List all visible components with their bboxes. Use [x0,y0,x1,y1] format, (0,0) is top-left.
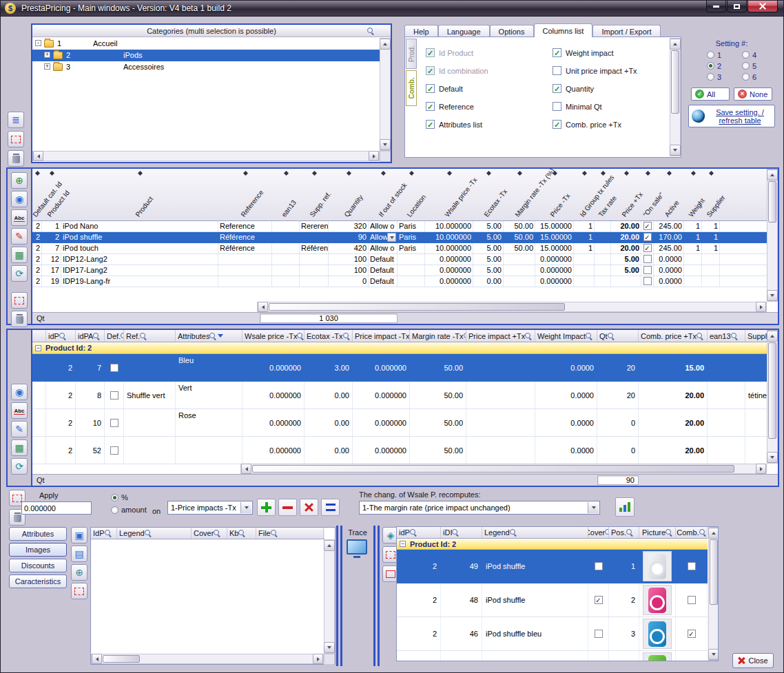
minimize-button[interactable] [706,1,726,12]
selection-rect-icon[interactable] [8,131,24,147]
marker-icon[interactable]: ✎ [11,228,28,245]
grid-cell[interactable]: Paris [398,243,425,253]
grid-cell[interactable]: 1 [702,221,720,231]
grid-cell[interactable]: 2 [609,583,639,617]
tab-import-export[interactable]: Import / Export [592,25,660,37]
grid-cell[interactable]: 50.00 [504,221,535,231]
grid-cell[interactable]: 10.000000 [425,243,473,253]
grid-cell[interactable]: 50.00 [410,354,466,381]
filter-icon[interactable] [238,530,245,537]
filter-icon[interactable] [452,529,459,536]
column-header-picture[interactable]: Picture [639,527,676,538]
pen-icon[interactable]: ✎ [11,421,28,437]
grid-cell[interactable] [176,437,243,464]
grid-cell[interactable]: 4 [609,651,639,661]
grid-cell[interactable] [218,276,272,287]
grid-cell[interactable]: 0 [597,409,639,436]
grid-cell[interactable]: 50.00 [410,382,466,408]
checked-checkbox-icon[interactable]: ✓ [426,84,435,93]
grid-cell[interactable] [105,409,124,436]
grid-cell[interactable]: 0.00 [305,382,353,408]
grid-cell[interactable]: 7 [42,243,61,253]
column-header-comb-price-tx[interactable]: Comb. price +Tx [639,330,708,342]
grid-cell[interactable]: iPod shuffle [482,550,588,583]
setting-radio-1[interactable]: 1 [707,50,721,60]
grid-cell[interactable] [105,382,124,408]
grid-cell[interactable]: 245.00 [654,243,684,253]
grid-cell[interactable]: iPod shuffle [482,651,588,661]
grid-cell[interactable] [708,409,745,436]
column-option-id-product[interactable]: ✓Id Product [426,48,488,57]
onsale-checkbox[interactable] [643,255,652,263]
grid-cell[interactable]: Paris [398,232,425,242]
onsale-checkbox[interactable]: ✓ [643,222,652,230]
grid-cell[interactable] [595,276,611,287]
column-header-active[interactable]: Active [663,199,680,218]
column-option-minimal-qt[interactable]: Minimal Qt [553,102,637,111]
grid-cell[interactable]: 0 [597,437,639,464]
vertical-scrollbar[interactable] [767,169,778,302]
grid-cell[interactable]: 1 [702,232,720,242]
percent-radio[interactable]: % [111,493,128,501]
grid-cell[interactable]: 7 [76,354,105,381]
checked-checkbox-icon[interactable]: ✓ [426,120,435,129]
grid-cell[interactable] [708,382,745,408]
grid-cell[interactable]: Bleu [176,354,243,381]
checked-checkbox-icon[interactable]: ✓ [426,102,435,111]
column-header-idp[interactable]: idP [46,330,76,342]
column-option-weight-impact[interactable]: ✓Weight impact [553,48,637,57]
grid-cell[interactable]: 5.00 [473,221,504,231]
onsale-checkbox[interactable]: ✓ [643,244,652,252]
grid-cell[interactable]: 0.000000 [425,254,473,265]
grid-cell[interactable]: 0.00 [305,437,353,464]
filter-icon[interactable] [209,333,216,340]
column-header-ecotax-tx[interactable]: Ecotax -Tx [305,330,353,342]
grid-cell[interactable] [639,583,676,617]
grid-cell[interactable] [124,437,176,464]
default-checkbox[interactable] [110,364,118,372]
grid-cell[interactable] [272,232,300,242]
grid-cell[interactable]: 100 [329,265,369,276]
chevron-down-icon[interactable] [240,502,251,513]
abc-icon[interactable] [11,209,28,226]
scroll-down-button[interactable] [767,290,778,301]
tab-attributes[interactable]: Attributes [9,527,67,541]
collapse-icon[interactable] [400,541,406,547]
grid-cell[interactable]: iPod Nano [61,221,218,231]
grid-cell[interactable] [504,254,535,265]
grid-cell[interactable] [708,437,745,464]
grid-cell[interactable]: 2 [42,232,61,242]
grid-cell[interactable]: 5.00 [473,243,504,253]
vertical-tab-comb[interactable]: Comb. [406,70,417,106]
grid-cell[interactable]: Rose [176,409,243,436]
scroll-up-button[interactable] [708,528,719,539]
grid-cell[interactable] [124,354,176,381]
column-header-ean13[interactable]: ean13 [280,198,298,218]
tab-images[interactable]: Images [9,543,67,557]
column-header-if-out-of-stock[interactable]: If out of stock [377,181,408,218]
combination-row[interactable]: 2520.0000000.000.00000050.000.0000020.00 [32,437,767,464]
splitter[interactable] [340,526,342,666]
vertical-scrollbar[interactable] [380,38,391,151]
image-row[interactable]: 247iPod shuffle4 [397,651,708,661]
product-row[interactable]: 27iPod touchRéférenceRéférenc420Allow oP… [32,243,778,254]
column-header-quantity[interactable]: Quantity [342,194,364,218]
tab-help[interactable]: Help [404,25,438,37]
scroll-down-button[interactable] [708,649,719,660]
column-header-ecotax-tx[interactable]: Ecotax -Tx [482,188,508,218]
grid-cell[interactable]: 0.000000 [353,409,410,436]
grid-cell[interactable]: 1 [684,243,702,253]
grid-cell[interactable]: 1 [574,221,595,231]
grid-cell[interactable]: 0.0000 [535,382,597,408]
horizontal-scrollbar[interactable] [91,654,324,664]
save-setting-button[interactable]: Save setting. / refresh table [688,105,775,127]
grid-cell[interactable] [745,437,767,464]
grid-cell[interactable]: Référence [218,243,272,253]
column-header-cover[interactable]: Cover [588,527,609,538]
category-row[interactable]: +3Accessoires [32,61,380,73]
grid-cell[interactable] [574,265,595,276]
grid-cell[interactable]: Référence [218,232,272,242]
splitter[interactable] [378,526,380,666]
grid-cell[interactable]: 2 [397,583,441,617]
grid-cell[interactable]: IDP17-Lang2 [61,265,218,276]
